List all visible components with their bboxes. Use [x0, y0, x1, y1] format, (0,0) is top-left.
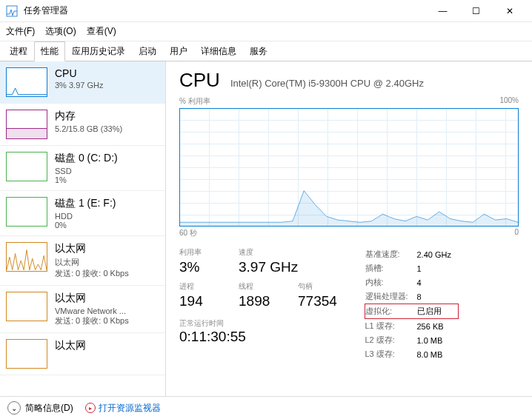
- util-label: 利用率: [179, 247, 224, 258]
- proc-value: 194: [179, 293, 224, 309]
- footer: ⌄ 简略信息(D) ▸ 打开资源监视器: [0, 396, 532, 419]
- sidebar-item-title: 以太网: [55, 292, 159, 305]
- threads-label: 线程: [239, 281, 283, 292]
- tab-users[interactable]: 用户: [163, 41, 194, 61]
- tab-processes[interactable]: 进程: [3, 41, 34, 61]
- sidebar-item-title: 磁盘 0 (C: D:): [55, 152, 159, 165]
- l3-value: 8.0 MB: [417, 347, 459, 361]
- base-speed-value: 2.40 GHz: [417, 247, 459, 261]
- eth-thumb-icon: [6, 242, 47, 272]
- l2-value: 1.0 MB: [417, 333, 459, 347]
- util-value: 3%: [179, 259, 224, 275]
- cpu-name: Intel(R) Core(TM) i5-9300H CPU @ 2.40GHz: [230, 78, 424, 89]
- sidebar-item-title: CPU: [55, 67, 159, 79]
- disk-thumb-icon: [6, 152, 47, 181]
- sidebar-item-mem-1[interactable]: 内存5.2/15.8 GB (33%): [0, 104, 165, 146]
- eth-thumb-icon: [6, 292, 47, 321]
- handles-label: 句柄: [298, 281, 342, 292]
- tab-services[interactable]: 服务: [243, 41, 274, 61]
- sidebar-item-sub2: 0%: [55, 221, 159, 229]
- menu-file[interactable]: 文件(F): [6, 25, 35, 38]
- speed-value: 3.97 GHz: [239, 259, 298, 275]
- threads-value: 1898: [239, 293, 283, 309]
- menu-view[interactable]: 查看(V): [87, 25, 116, 38]
- eth-thumb-icon: [6, 339, 47, 369]
- handles-value: 77354: [298, 293, 342, 309]
- close-button[interactable]: ✕: [493, 1, 526, 21]
- fewer-details-button[interactable]: ⌄ 简略信息(D): [7, 401, 73, 415]
- sidebar-item-sub: VMware Network ...: [55, 306, 159, 315]
- chart-label-topright: 100%: [499, 96, 519, 107]
- tab-details[interactable]: 详细信息: [194, 41, 243, 61]
- sidebar-item-sub: 以太网: [55, 257, 159, 268]
- sidebar[interactable]: CPU3% 3.97 GHz内存5.2/15.8 GB (33%)磁盘 0 (C…: [0, 61, 166, 402]
- sidebar-item-eth-5[interactable]: 以太网VMware Network ...发送: 0 接收: 0 Kbps: [0, 286, 165, 333]
- sidebar-item-title: 内存: [55, 110, 159, 123]
- tab-startup[interactable]: 启动: [132, 41, 163, 61]
- cpu-chart: [179, 108, 519, 227]
- main-title: CPU: [179, 69, 220, 92]
- sidebar-item-disk-2[interactable]: 磁盘 0 (C: D:)SSD1%: [0, 146, 165, 191]
- uptime-label: 正常运行时间: [179, 318, 342, 329]
- chart-label-topleft: % 利用率: [179, 96, 210, 107]
- open-resource-monitor-link[interactable]: ▸ 打开资源监视器: [85, 402, 161, 415]
- sidebar-item-title: 磁盘 1 (E: F:): [55, 197, 159, 210]
- sidebar-item-sub: 5.2/15.8 GB (33%): [55, 124, 159, 133]
- cores-value: 4: [417, 275, 459, 289]
- sidebar-item-cpu-0[interactable]: CPU3% 3.97 GHz: [0, 61, 165, 104]
- mem-thumb-icon: [6, 110, 47, 139]
- minimize-button[interactable]: —: [426, 1, 459, 21]
- chart-label-bottomright: 0: [514, 228, 519, 238]
- titlebar: 任务管理器 — ☐ ✕: [0, 0, 532, 22]
- virt-value: 已启用: [417, 304, 459, 319]
- menubar: 文件(F) 选项(O) 查看(V): [0, 22, 532, 41]
- sockets-value: 1: [417, 261, 459, 275]
- sidebar-item-title: 以太网: [55, 339, 159, 352]
- chart-label-bottomleft: 60 秒: [179, 228, 197, 238]
- resource-monitor-icon: ▸: [85, 403, 96, 413]
- sidebar-item-sub: SSD: [55, 167, 159, 175]
- logical-value: 8: [417, 289, 459, 304]
- tab-bar: 进程 性能 应用历史记录 启动 用户 详细信息 服务: [0, 41, 532, 61]
- sidebar-item-sub: 3% 3.97 GHz: [55, 81, 159, 90]
- cpu-thumb-icon: [6, 67, 47, 97]
- app-icon: [6, 5, 18, 17]
- proc-label: 进程: [179, 281, 224, 292]
- chevron-down-icon: ⌄: [7, 401, 21, 415]
- l1-value: 256 KB: [417, 319, 459, 334]
- main-panel: CPU Intel(R) Core(TM) i5-9300H CPU @ 2.4…: [166, 61, 532, 402]
- tab-performance[interactable]: 性能: [34, 41, 65, 61]
- maximize-button[interactable]: ☐: [459, 1, 493, 21]
- window-title: 任务管理器: [24, 4, 426, 17]
- tab-history[interactable]: 应用历史记录: [65, 41, 132, 61]
- sidebar-item-sub2: 1%: [55, 175, 159, 184]
- sidebar-item-disk-3[interactable]: 磁盘 1 (E: F:)HDD0%: [0, 191, 165, 236]
- sidebar-item-sub2: 发送: 0 接收: 0 Kbps: [55, 315, 159, 326]
- disk-thumb-icon: [6, 197, 47, 227]
- sidebar-item-eth-6[interactable]: 以太网: [0, 333, 165, 375]
- sidebar-item-sub: HDD: [55, 212, 159, 221]
- sidebar-item-eth-4[interactable]: 以太网以太网发送: 0 接收: 0 Kbps: [0, 236, 165, 286]
- speed-label: 速度: [239, 247, 298, 258]
- sidebar-item-sub2: 发送: 0 接收: 0 Kbps: [55, 268, 159, 279]
- uptime-value: 0:11:30:55: [179, 329, 342, 345]
- menu-options[interactable]: 选项(O): [45, 25, 76, 38]
- sidebar-item-title: 以太网: [55, 242, 159, 255]
- stats-right: 基准速度:2.40 GHz 插槽:1 内核:4 逻辑处理器:8 虚拟化:已启用 …: [365, 247, 459, 361]
